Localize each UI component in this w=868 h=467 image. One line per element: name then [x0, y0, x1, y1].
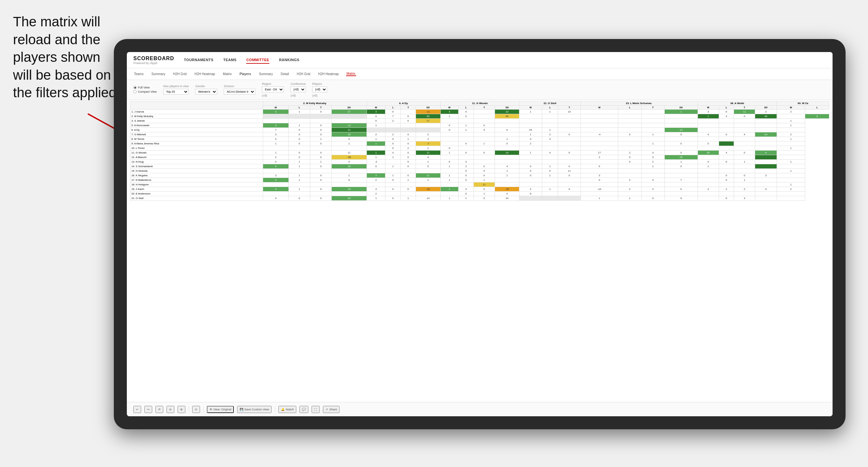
- players-select[interactable]: (All): [312, 87, 327, 92]
- gender-select[interactable]: Women's: [195, 89, 217, 95]
- division-select[interactable]: NCAA Division II: [224, 89, 255, 95]
- view-original-button[interactable]: 👁 View: Original: [207, 406, 234, 413]
- view-mode-group: Full View Compact View: [133, 86, 157, 93]
- full-view-radio[interactable]: Full View: [133, 86, 157, 89]
- table-row: 14. S Srichantamit 3 1 0 18 0 1 0 5 1 2 …: [130, 164, 829, 169]
- subnav-teams[interactable]: Teams: [133, 72, 144, 76]
- gender-filter: Gender Women's: [195, 85, 217, 95]
- max-players-filter: Max players in view Top 25: [163, 85, 189, 95]
- sub-dif: Dif: [332, 106, 367, 110]
- subnav-h2h-grid2[interactable]: H2H Grid: [296, 72, 311, 76]
- table-row: 6. A Dy 7 0 0 11 0 1 4 0 25: [130, 128, 829, 132]
- separator-2: [203, 406, 204, 413]
- col-header-mulcahy: 2. M Kelly Mulcahy: [263, 101, 367, 106]
- table-row: 11. G Woods 1 0 0 11 1 4 0 11 1 0 0 14 1: [130, 151, 829, 155]
- nav-rankings[interactable]: RANKINGS: [279, 57, 300, 64]
- table-row: 17. D Ballesteros 3 1 0 5 2 0 1 1 1 0 1: [130, 178, 829, 182]
- bottom-toolbar: ↩ ↪ ↺ ⊖ ⊕ ⊙ 👁 View: Original 💾 Save Cust…: [127, 402, 833, 416]
- table-row: 8. M Torres 0 0 1 0 1 0 1 2 1 0: [130, 137, 829, 142]
- redo-button[interactable]: ↪: [145, 406, 152, 413]
- table-row: 1. J Garcia 3 1 0 27 3 0 -11 4 0 10 1: [130, 110, 829, 114]
- save-icon: 💾: [240, 408, 243, 411]
- compact-view-radio-circle: [133, 90, 136, 93]
- table-row: 15. H Stranda 0 0 1 0 0: [130, 169, 829, 173]
- conference-filter: Conference (All) (All): [290, 82, 306, 97]
- full-view-radio-circle: [133, 86, 136, 89]
- col-header-webb: 38. A Webb: [698, 101, 777, 106]
- share-button[interactable]: ↗ Share: [323, 406, 340, 413]
- subnav-summary1[interactable]: Summary: [151, 72, 166, 76]
- col-header-woods: 11. G Woods: [440, 101, 519, 106]
- comment-button[interactable]: 💬: [300, 406, 308, 413]
- logo: SCOREBOARD Powered by clippd: [133, 56, 174, 65]
- sub-w: W: [263, 106, 289, 110]
- filters-bar: Full View Compact View Max players in vi…: [127, 80, 833, 99]
- table-row: 19. J Karrh 3 1 0 19 4 0 0 -20 1 3 0 -35…: [130, 187, 829, 191]
- table-row: 20. E Andersson 2 0 1 0 8: [130, 191, 829, 196]
- subnav-summary2[interactable]: Summary: [258, 72, 274, 76]
- table-row: 2. M Kelly Mulcahy 0 7 0 40 1 0 50: [130, 114, 829, 119]
- reset-button[interactable]: ⊙: [192, 406, 200, 413]
- table-row: 16. K Mcgaha 2 1 0 1 3 1 0 11 1 0 0 1 0: [130, 173, 829, 178]
- table-row: 13. N Klug 0 1 1 0 -2 0 1 0 3: [130, 160, 829, 164]
- undo-button[interactable]: ↩: [133, 406, 141, 413]
- nav-tournaments[interactable]: TOURNAMENTS: [184, 57, 214, 64]
- watch-button[interactable]: 🔔 Watch: [278, 406, 296, 413]
- compact-view-radio[interactable]: Compact View: [133, 90, 157, 93]
- max-players-select[interactable]: Top 25: [163, 89, 189, 95]
- table-row: 21. O Stoll 4 0 0 33 1 0 1 14 1 1 0 10: [130, 196, 829, 201]
- table-row: 7. O Mitchell 3 0 0 18 2 2 0 2 1: [130, 132, 829, 137]
- col-header-stoll: 21. O Stoll: [519, 101, 581, 106]
- subnav-detail[interactable]: Detail: [280, 72, 290, 76]
- players-filter: Players (All) (All): [312, 82, 327, 97]
- subnav-h2h-grid1[interactable]: H2H Grid: [173, 72, 187, 76]
- separator-1: [189, 406, 189, 413]
- annotation-text: The matrix will reload and the players s…: [13, 13, 117, 102]
- top-navigation: SCOREBOARD Powered by clippd TOURNAMENTS…: [127, 52, 833, 68]
- subnav-matrix2[interactable]: Matrix: [346, 72, 356, 76]
- table-row: 9. A Maria Jimenez Rios 1 0 0 1 1 0 0 -7…: [130, 142, 829, 146]
- view-icon: 👁: [210, 408, 212, 411]
- nav-items: TOURNAMENTS TEAMS COMMITTEE RANKINGS: [184, 57, 300, 64]
- sub-l: L: [288, 106, 310, 110]
- region-select[interactable]: East - DII: [262, 87, 284, 92]
- table-row: 10. L Perini 0 2 1 0: [130, 146, 829, 151]
- col-header-name: [130, 101, 263, 110]
- sub-t: T: [310, 106, 331, 110]
- division-filter: Division NCAA Division II: [224, 85, 255, 95]
- save-custom-button[interactable]: 💾 Save Custom View: [237, 406, 272, 413]
- subnav-h2h-heatmap2[interactable]: H2H Heatmap: [317, 72, 339, 76]
- tablet-device: SCOREBOARD Powered by clippd TOURNAMENTS…: [114, 39, 845, 429]
- zoom-out-button[interactable]: ⊖: [166, 406, 174, 413]
- matrix-content: 2. M Kelly Mulcahy 6. A Dy 11. G Woods 2…: [127, 99, 833, 402]
- table-row: 18. H Hodgson 11: [130, 182, 829, 187]
- tablet-screen: SCOREBOARD Powered by clippd TOURNAMENTS…: [127, 52, 833, 416]
- refresh-button[interactable]: ↺: [155, 406, 163, 413]
- col-header-za: 60. W Za: [777, 101, 829, 106]
- region-filter: Region East - DII (All): [262, 82, 284, 97]
- nav-teams[interactable]: TEAMS: [223, 57, 237, 64]
- table-row: 3. S Jelinek 0 2 0 17: [130, 119, 829, 123]
- zoom-in-button[interactable]: ⊕: [178, 406, 185, 413]
- table-row: 5. A Nomrowski 3 1 0 -11 1 0 1 0: [130, 123, 829, 128]
- conference-select[interactable]: (All): [290, 87, 306, 92]
- sub-navigation: Teams Summary H2H Grid H2H Heatmap Matri…: [127, 68, 833, 80]
- table-row: 12. A Bianchi 2 0 0 -58 1 1 0 4: [130, 155, 829, 160]
- matrix-table: 2. M Kelly Mulcahy 6. A Dy 11. G Woods 2…: [130, 101, 829, 201]
- watch-icon: 🔔: [281, 408, 285, 411]
- nav-committee[interactable]: COMMITTEE: [246, 57, 269, 64]
- fullscreen-button[interactable]: ⛶: [312, 406, 320, 413]
- share-icon: ↗: [326, 408, 328, 411]
- subnav-matrix1[interactable]: Matrix: [222, 72, 232, 76]
- subnav-players[interactable]: Players: [239, 72, 252, 76]
- separator-3: [275, 406, 275, 413]
- col-header-dy: 6. A Dy: [367, 101, 440, 106]
- col-header-schumac: 23. L Marie Schumac.: [581, 101, 698, 106]
- subnav-h2h-heatmap1[interactable]: H2H Heatmap: [194, 72, 216, 76]
